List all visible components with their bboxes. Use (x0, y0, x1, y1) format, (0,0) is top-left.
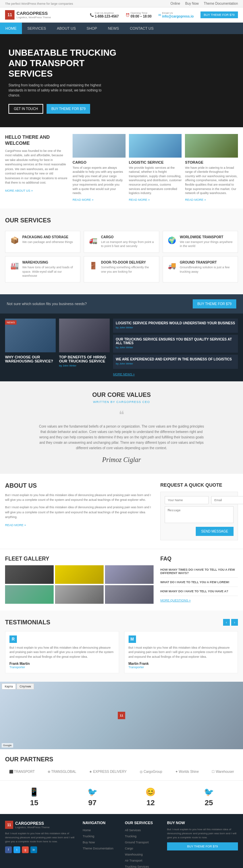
faq-item[interactable]: HOW MANY DO I HAVE TO TELL YOU HAVE A? (160, 587, 238, 596)
testimonial-text: But I must explain to you how all this m… (129, 646, 234, 659)
map-inner: Карта Спутник 11 Google (0, 682, 243, 749)
footer-buy-button[interactable]: BUY THEME FOR $79 (167, 842, 238, 850)
footer-brand: CARGOPRESS (15, 821, 50, 826)
faq-list: HOW MANY TIMES DO I HAVE TO TELL YOU A F… (160, 565, 238, 596)
nav-link[interactable]: News (103, 23, 125, 34)
news-second-block: TOP BENEFITS OF HIRING OUR TRUCKING SERV… (59, 319, 110, 376)
footer-service-item: Warehousing (125, 852, 160, 857)
service-icon: 🏭 (9, 261, 20, 271)
footer-service-item: Air Transport (125, 858, 160, 863)
footer-nav-link[interactable]: Home (83, 829, 91, 832)
footer-nav-link[interactable]: Trucking (83, 835, 94, 838)
hero-section: UNBEATABLE TRUCKING AND TRANSPORT SERVIC… (0, 34, 243, 127)
intro-card-text: We provide logistic services at the nati… (129, 166, 182, 195)
footer-grid: 11 CARGOPRESS Logistics, WordPress Theme… (5, 821, 238, 868)
faq-item[interactable]: WHAT DO I HAVE TO TELL YOU A FEW LOREM! (160, 578, 238, 587)
intro-card-title: STORAGE (185, 160, 238, 164)
more-questions-link[interactable]: MORE QUESTIONS » (160, 599, 191, 602)
footer-nav-item: Theme Documentation (83, 846, 118, 850)
news-card-meta: by John Writer (116, 346, 235, 349)
nav-link[interactable]: Contact Us (125, 23, 159, 34)
cta-buy-button[interactable]: BUY THEME FOR $79 (193, 299, 236, 308)
get-in-touch-button[interactable]: GET IN TOUCH (8, 104, 43, 114)
testimonial-card: R But I must explain to you how all this… (5, 631, 119, 674)
service-info: DOOR-TO-DOOR DELIVERY Something somethin… (101, 261, 155, 274)
stat-icon: 🐦 (204, 787, 214, 797)
intro-card-read-more[interactable]: READ MORE » (73, 198, 93, 201)
online-link[interactable]: Online (170, 2, 180, 5)
footer-linkedin-icon[interactable]: in (30, 846, 37, 853)
testimonial-letter: R (9, 635, 17, 643)
intro-card-text: Tons of cargo experts are always availab… (73, 166, 126, 195)
service-text: Groundbreaking solution is just a few tr… (180, 265, 234, 274)
footer-twitter-icon[interactable]: t (14, 846, 20, 853)
testimonial-letter: M (129, 635, 136, 643)
fleet-thumb-5 (55, 585, 104, 604)
news-card: OUR TRUCKING SERVICE ENSURES YOU BEST QU… (113, 335, 238, 353)
map-tab-satellite[interactable]: Спутник (17, 683, 34, 689)
footer-facebook-icon[interactable]: f (5, 846, 12, 853)
intro-cards: CARGO Tons of cargo experts are always a… (73, 134, 238, 202)
quote-section: REQUEST A QUICK QUOTE SEND MESSAGE (160, 482, 238, 540)
faq-item[interactable]: HOW MANY TIMES DO I HAVE TO TELL YOU A F… (160, 565, 238, 578)
stat-number: 25 (204, 798, 214, 807)
services-grid: 📦 PACKAGING AND STORAGE We can package a… (5, 231, 238, 282)
nav-link[interactable]: Home (0, 23, 22, 34)
email-label: Email Us (162, 11, 194, 15)
footer-service-link[interactable]: All Services (125, 829, 141, 832)
news-main-image-block: NEWS WHY CHOOSE OUR WAREHOUSING SERVICE? (5, 319, 56, 376)
top-bar-links: Online Buy Now Theme Documentation (170, 2, 238, 5)
phone-number: 1-888-123-4567 (95, 15, 119, 18)
intro-card-read-more[interactable]: READ MORE » (129, 198, 150, 201)
next-arrow[interactable]: › (231, 619, 238, 626)
footer-service-item: Cargo (125, 846, 160, 850)
nav-link[interactable]: Shop (81, 23, 102, 34)
hero-buy-button[interactable]: BUY THEME FOR $79 (47, 104, 90, 114)
news-second-title: TOP BENEFITS OF HIRING OUR TRUCKING SERV… (59, 355, 110, 363)
intro-section: HELLO THERE AND WELCOME CargoPress was f… (0, 127, 243, 209)
phone-icon: 📞 (90, 13, 94, 17)
testimonial-author: Martin Frank (129, 662, 234, 666)
intro-text: CargoPress was founded to be one of the … (5, 149, 68, 185)
logo-icon: 11 (5, 10, 15, 20)
fleet-section: FLEET GALLERY (5, 556, 154, 604)
docs-link[interactable]: Theme Documentation (204, 2, 238, 5)
footer-service-link[interactable]: Trucking (125, 835, 136, 838)
footer-service-link[interactable]: Warehousing (125, 853, 143, 856)
nav-item: Home (0, 23, 22, 34)
testimonial-role: Transporter (9, 666, 115, 669)
about-read-more[interactable]: READ MORE » (5, 523, 26, 527)
footer-nav-link[interactable]: Theme Documentation (83, 847, 113, 850)
footer-service-link[interactable]: Ground Transport (125, 841, 149, 844)
service-text: Let us transport any things from point a… (101, 240, 155, 248)
tagline: The perfect WordPress theme for large co… (5, 2, 73, 5)
footer-nav-link[interactable]: Buy Now (83, 841, 95, 844)
intro-card-title: CARGO (73, 160, 126, 164)
intro-card-read-more[interactable]: READ MORE » (185, 198, 206, 201)
header-buy-button[interactable]: BUY THEME FOR $79 (200, 11, 238, 18)
intro-card-text: We have pride in catering to a broad ran… (185, 166, 238, 195)
prev-arrow[interactable]: ‹ (223, 619, 230, 626)
faq-question: WHAT DO I HAVE TO TELL YOU A FEW LOREM! (160, 580, 238, 584)
testimonials-title: TESTIMONIALS (5, 619, 50, 626)
footer-service-link[interactable]: Air Transport (125, 859, 142, 862)
footer-service-link[interactable]: Cargo (125, 847, 133, 850)
nav-link[interactable]: Services (22, 23, 51, 34)
send-message-button[interactable]: SEND MESSAGE (196, 527, 234, 536)
footer-googleplus-icon[interactable]: g (22, 846, 29, 853)
message-field[interactable] (165, 506, 234, 523)
service-title: PACKAGING AND STORAGE (22, 235, 73, 239)
map-tab-map[interactable]: Карта (2, 683, 16, 689)
email-icon: ✉ (158, 13, 161, 17)
email-field[interactable] (211, 496, 243, 504)
service-info: GROUND TRANSPORT Groundbreaking solution… (180, 261, 234, 274)
news-card: WE ARE EXPERIENCED AND EXPERT IN THE BUS… (113, 355, 238, 369)
intro-read-more[interactable]: MORE ABOUT US » (5, 189, 33, 192)
name-field[interactable] (165, 496, 209, 504)
nav-link[interactable]: About Us (51, 23, 81, 34)
opening-label: Opening Time (131, 11, 152, 15)
footer-service-link[interactable]: Trucking Services (125, 865, 149, 868)
fleet-faq-section: FLEET GALLERY FAQ HOW MANY TIMES DO I HA… (0, 549, 243, 611)
news-more-link[interactable]: MORE NEWS » (113, 373, 135, 376)
buy-now-link[interactable]: Buy Now (185, 2, 199, 5)
